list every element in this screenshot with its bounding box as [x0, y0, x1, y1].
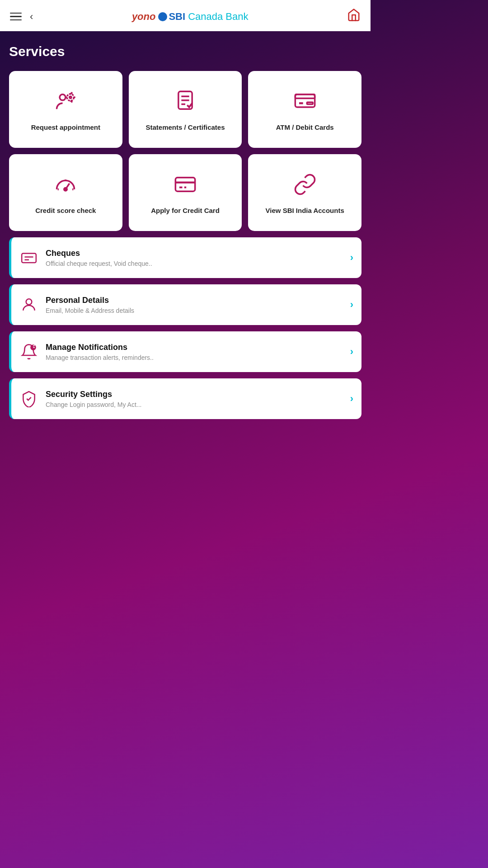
cheques-title: Cheques — [46, 249, 343, 258]
security-settings-text: Security Settings Change Login password,… — [46, 390, 343, 408]
tile-statements-label: Statements / Certificates — [145, 123, 225, 132]
personal-details-arrow-icon: › — [350, 299, 353, 311]
main-content: Services Request appointment — [0, 31, 371, 439]
manage-notifications-text: Manage Notifications Manage transaction … — [46, 343, 343, 361]
list-items: Cheques Official cheque request, Void ch… — [9, 237, 361, 425]
hamburger-menu-icon[interactable] — [10, 13, 22, 21]
svg-point-1 — [67, 94, 74, 101]
sbi-circle-icon — [158, 12, 167, 21]
back-button[interactable]: ‹ — [30, 11, 33, 23]
atm-icon — [293, 90, 317, 115]
tiles-row-2: Credit score check Apply for Credit Card — [9, 154, 361, 231]
tile-atm-label: ATM / Debit Cards — [276, 123, 334, 132]
tile-credit-score-check[interactable]: Credit score check — [9, 154, 122, 231]
tile-view-sbi-india-label: View SBI India Accounts — [266, 206, 344, 215]
cheques-text: Cheques Official cheque request, Void ch… — [46, 249, 343, 267]
home-button[interactable] — [347, 8, 361, 25]
person-icon — [19, 296, 38, 313]
tile-apply-credit-card-label: Apply for Credit Card — [151, 206, 220, 215]
tile-view-sbi-india[interactable]: View SBI India Accounts — [248, 154, 361, 231]
security-settings-arrow-icon: › — [350, 393, 353, 405]
cheque-icon — [19, 249, 38, 266]
tile-statements-certificates[interactable]: Statements / Certificates — [129, 71, 242, 148]
list-item-security-settings[interactable]: Security Settings Change Login password,… — [9, 378, 361, 419]
appointment-icon — [54, 90, 77, 115]
notification-icon — [19, 343, 38, 360]
svg-point-2 — [70, 96, 71, 98]
list-item-manage-notifications[interactable]: Manage Notifications Manage transaction … — [9, 331, 361, 372]
logo-sbi-text: SBI — [169, 11, 185, 23]
tiles-row-1: Request appointment Statements / Certifi… — [9, 71, 361, 148]
page-title: Services — [9, 44, 361, 59]
manage-notifications-title: Manage Notifications — [46, 343, 343, 352]
cheques-arrow-icon: › — [350, 252, 353, 264]
svg-rect-16 — [175, 178, 195, 191]
personal-details-text: Personal Details Email, Mobile & Address… — [46, 296, 343, 314]
list-item-personal-details[interactable]: Personal Details Email, Mobile & Address… — [9, 284, 361, 325]
header-left: ‹ — [10, 11, 33, 23]
link-icon — [293, 173, 317, 198]
logo-sbi-area: SBI — [158, 11, 185, 23]
svg-rect-7 — [295, 94, 314, 107]
logo-area: yono SBI Canada Bank — [132, 11, 249, 23]
tile-request-appointment-label: Request appointment — [31, 123, 100, 132]
tile-apply-credit-card[interactable]: Apply for Credit Card — [129, 154, 242, 231]
svg-point-0 — [60, 94, 66, 100]
svg-point-23 — [26, 299, 32, 305]
cheques-subtitle: Official cheque request, Void cheque.. — [46, 260, 343, 267]
manage-notifications-subtitle: Manage transaction alerts, reminders.. — [46, 354, 343, 361]
shield-icon — [19, 390, 38, 407]
security-settings-title: Security Settings — [46, 390, 343, 399]
logo-canada-text: Canada Bank — [188, 11, 248, 23]
svg-rect-20 — [22, 254, 36, 263]
personal-details-subtitle: Email, Mobile & Address details — [46, 307, 343, 314]
statements-icon — [174, 90, 197, 115]
svg-rect-10 — [307, 102, 313, 104]
security-settings-subtitle: Change Login password, My Act... — [46, 401, 343, 408]
svg-point-12 — [64, 188, 67, 191]
logo-yono-text: yono — [132, 11, 156, 23]
manage-notifications-arrow-icon: › — [350, 346, 353, 358]
tile-credit-score-label: Credit score check — [35, 206, 96, 215]
app-header: ‹ yono SBI Canada Bank — [0, 0, 371, 31]
personal-details-title: Personal Details — [46, 296, 343, 305]
svg-rect-8 — [295, 94, 314, 99]
tile-atm-debit-cards[interactable]: ATM / Debit Cards — [248, 71, 361, 148]
tile-request-appointment[interactable]: Request appointment — [9, 71, 122, 148]
credit-card-apply-icon — [174, 173, 197, 198]
credit-score-icon — [54, 173, 77, 198]
list-item-cheques[interactable]: Cheques Official cheque request, Void ch… — [9, 237, 361, 278]
